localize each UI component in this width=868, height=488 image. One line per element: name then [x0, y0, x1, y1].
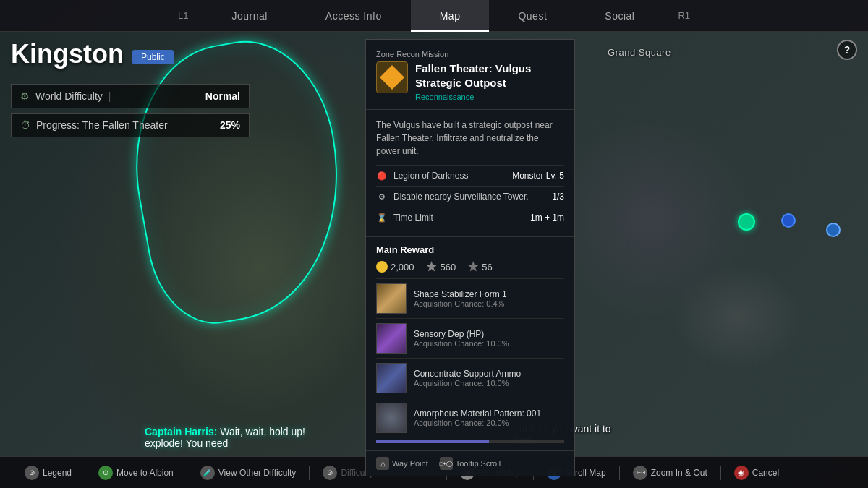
- reward-item-chance-0: Acquisition Chance: 0.4%: [414, 299, 564, 308]
- gold-amount: 2,000: [391, 262, 414, 273]
- objective-label: Disable nearby Surveillance Tower.: [393, 192, 529, 202]
- dialog-header: Zone Recon Mission Fallen Theater: Vulgu…: [366, 40, 574, 110]
- world-difficulty-label: World Difficulty: [35, 90, 103, 102]
- faction-row: 🔴 Legion of Darkness Monster Lv. 5: [376, 165, 564, 186]
- waypoint-btn-icon: △: [376, 457, 389, 470]
- time-limit-value: 1m + 1m: [530, 213, 564, 223]
- reward-item-chance-1: Acquisition Chance: 10.0%: [414, 339, 564, 348]
- action-view-difficulty[interactable]: 🧪 View Other Difficulty: [190, 466, 307, 480]
- reward-item-name-0: Shape Stabilizer Form 1: [414, 289, 564, 299]
- gear2-icon: [467, 261, 479, 273]
- footer-tooltip-scroll[interactable]: □+◯ Tooltip Scroll: [440, 457, 501, 470]
- reward-item-3: Amorphous Material Pattern: 001 Acquisit…: [376, 398, 564, 437]
- cancel-label: Cancel: [752, 468, 779, 478]
- mission-description: The Vulgus have built a strategic outpos…: [376, 119, 564, 158]
- move-albion-label: Move to Albion: [116, 468, 174, 478]
- right-controller-label: R1: [663, 10, 705, 21]
- footer-waypoint[interactable]: △ Way Point: [376, 457, 428, 470]
- reward-currency-row: 2,000 560 56: [376, 261, 564, 273]
- nav-journal[interactable]: Journal: [203, 0, 296, 32]
- left-panel: Kingston Public ⚙ World Difficulty | Nor…: [11, 39, 250, 137]
- view-difficulty-label: View Other Difficulty: [218, 468, 297, 478]
- reward-item-icon-2: [376, 363, 407, 393]
- separator-2: [187, 466, 187, 480]
- separator-6: [619, 466, 620, 480]
- mission-diamond-icon: [380, 65, 404, 90]
- mission-dialog: Zone Recon Mission Fallen Theater: Vulgu…: [365, 39, 575, 476]
- reward-item-chance-3: Acquisition Chance: 20.0%: [414, 419, 564, 427]
- progress-value: 25%: [220, 119, 240, 131]
- world-difficulty-row: ⚙ World Difficulty | Normal: [11, 84, 250, 108]
- progress-label: Progress: The Fallen Theater: [36, 119, 168, 131]
- npc-dialogue: Captain Harris: Wait, wait, hold up! exp…: [145, 426, 305, 449]
- nav-quest[interactable]: Quest: [489, 0, 576, 32]
- tooltip-scroll-label: Tooltip Scroll: [456, 459, 501, 468]
- reward-title: Main Reward: [376, 244, 564, 255]
- mission-type-label: Zone Recon Mission: [376, 50, 564, 59]
- dialog-footer: △ Way Point □+◯ Tooltip Scroll: [366, 451, 574, 476]
- reward-item-icon-1: [376, 323, 407, 354]
- gear-amount: 560: [441, 262, 456, 273]
- reward-section: Main Reward 2,000 560 56 Shape Stabilize…: [366, 237, 574, 451]
- map-marker-blue2[interactable]: [826, 223, 841, 237]
- nav-social[interactable]: Social: [576, 0, 663, 32]
- action-cancel[interactable]: ◉ Cancel: [724, 466, 789, 480]
- map-label-grand-square: Grand Square: [608, 47, 671, 58]
- objective-row: ⚙ Disable nearby Surveillance Tower. 1/3: [376, 186, 564, 207]
- gear2-amount: 56: [482, 262, 492, 273]
- coin-icon: [376, 261, 388, 273]
- zoom-label: Zoom In & Out: [651, 468, 707, 478]
- legend-btn-icon: ⊙: [25, 466, 39, 480]
- world-difficulty-value: Normal: [205, 90, 240, 102]
- nav-access-info[interactable]: Access Info: [297, 0, 411, 32]
- separator-7: [720, 466, 721, 480]
- monster-level: Monster Lv. 5: [512, 171, 564, 181]
- time-limit-label: Time Limit: [393, 213, 433, 223]
- map-marker-blue[interactable]: [781, 213, 796, 228]
- objective-icon: ⚙: [376, 191, 388, 202]
- currency-gold: 2,000: [376, 261, 414, 273]
- region-title: Kingston: [11, 39, 124, 69]
- objective-count: 1/3: [552, 192, 564, 202]
- mission-tag: Reconnaissance: [415, 93, 474, 101]
- reward-item-name-3: Amorphous Material Pattern: 001: [414, 408, 564, 419]
- map-marker-green[interactable]: [738, 213, 755, 231]
- view-diff-icon: 🧪: [200, 466, 215, 480]
- progress-row: ⏱ Progress: The Fallen Theater 25%: [11, 113, 250, 137]
- separator-1: [85, 466, 85, 480]
- npc-name: Captain Harris:: [145, 426, 217, 437]
- diff-rewards-icon: ⊙: [323, 466, 337, 480]
- separator-3: [309, 466, 310, 480]
- zoom-icon: □+⊙: [633, 466, 647, 480]
- reward-item-name-1: Sensory Dep (HP): [414, 329, 564, 339]
- help-icon[interactable]: ?: [837, 40, 857, 60]
- reward-item-name-2: Concentrate Support Ammo: [414, 369, 564, 379]
- move-albion-icon: ⊙: [98, 466, 113, 480]
- reward-item-1: Sensory Dep (HP) Acquisition Chance: 10.…: [376, 318, 564, 358]
- npc-text: Wait, wait, hold up!: [220, 426, 305, 437]
- action-move-albion[interactable]: ⊙ Move to Albion: [88, 466, 184, 480]
- mission-icon: [376, 61, 408, 93]
- currency-gear2: 56: [467, 261, 492, 273]
- currency-gear1: 560: [426, 261, 456, 273]
- reward-item-0: Shape Stabilizer Form 1 Acquisition Chan…: [376, 278, 564, 318]
- mission-title-block: Fallen Theater: Vulgus Strategic Outpost…: [415, 61, 564, 102]
- progress-icon: ⏱: [20, 119, 30, 131]
- time-icon: ⌛: [376, 212, 388, 223]
- tooltip-btn-icon: □+◯: [440, 457, 453, 470]
- faction-label: Legion of Darkness: [393, 171, 468, 181]
- mission-icon-row: Fallen Theater: Vulgus Strategic Outpost…: [376, 61, 564, 102]
- top-navigation: L1 Journal Access Info Map Quest Social …: [0, 0, 868, 32]
- cancel-icon: ◉: [734, 466, 749, 480]
- npc-text2: explode! You need: [145, 437, 228, 449]
- action-legend[interactable]: ⊙ Legend: [14, 466, 82, 480]
- faction-icon: 🔴: [376, 170, 388, 181]
- access-badge: Public: [132, 50, 174, 64]
- reward-item-chance-2: Acquisition Chance: 10.0%: [414, 379, 564, 388]
- scroll-indicator: [376, 440, 564, 443]
- reward-item-icon-3: [376, 403, 407, 433]
- dialog-body: The Vulgus have built a strategic outpos…: [366, 110, 574, 237]
- reward-item-2: Concentrate Support Ammo Acquisition Cha…: [376, 358, 564, 398]
- nav-map[interactable]: Map: [411, 0, 490, 32]
- action-zoom[interactable]: □+⊙ Zoom In & Out: [623, 466, 718, 480]
